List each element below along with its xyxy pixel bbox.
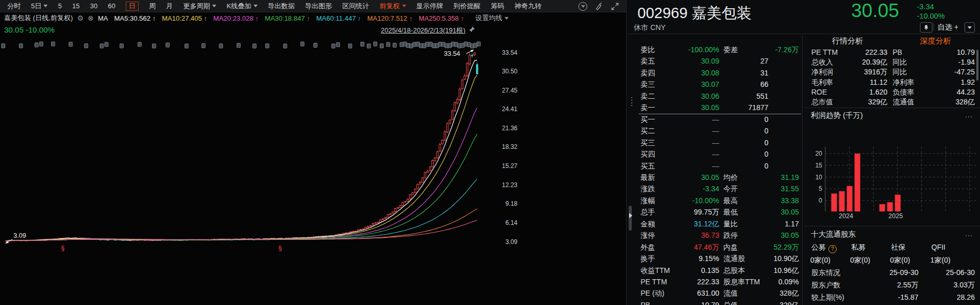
toolbar-item-导出数据[interactable]: 导出数据 xyxy=(268,2,295,11)
toolbar-item-导出图形[interactable]: 导出图形 xyxy=(305,2,332,11)
draw-brush-icon[interactable] xyxy=(595,2,603,11)
ma-legend-MA20: MA20:23.028 ↑ xyxy=(213,14,258,22)
toolbar-item-更多周期[interactable]: 更多周期 xyxy=(183,2,216,11)
ma-settings-button[interactable]: 设置均线 xyxy=(476,13,509,23)
profit-y-label: 10 xyxy=(815,174,823,181)
toolbar-item-K线叠加[interactable]: K线叠加 xyxy=(227,2,258,11)
quote-cell: 33.38 xyxy=(781,195,799,206)
toolbar-item-15[interactable]: 15 xyxy=(72,2,79,10)
y-axis-label: 6.14 xyxy=(506,219,518,226)
quote-row-PE (动): PE (动)631.00流值328亿 xyxy=(627,287,801,299)
toolbar-item-筹码[interactable]: 筹码 xyxy=(491,2,504,11)
fullscreen-icon[interactable] xyxy=(611,2,619,11)
toolbar-item-神奇九转[interactable]: 神奇九转 xyxy=(515,2,542,11)
indicator-close-icon[interactable]: ⊗ xyxy=(87,14,94,22)
quote-row-换手: 换手9.15%流通股10.90亿 xyxy=(627,253,801,264)
toolbar-item-周[interactable]: 周 xyxy=(149,2,156,11)
ma-legend-row: 嘉美包装 (日线,前复权) ⚙ ⊗ MA MA5:30.562 ↑MA10:27… xyxy=(0,12,630,24)
help-icon[interactable]: ? xyxy=(828,245,837,253)
quote-row-买二: 买二—0 xyxy=(627,125,801,136)
pin-icon[interactable] xyxy=(468,26,476,33)
quote-cell[interactable]: — xyxy=(712,125,719,136)
quote-row-买五: 买五—0 xyxy=(627,160,801,172)
indicator-settings-gear-icon[interactable]: ⚙ xyxy=(77,14,84,22)
profit-y-label: 15 xyxy=(815,162,823,169)
toolbar-item-60[interactable]: 60 xyxy=(108,2,115,10)
quote-cell[interactable]: 30.05 xyxy=(701,102,719,113)
top-holders-title: 十大流通股东 xyxy=(811,230,856,239)
quote-analysis-divider xyxy=(802,34,803,305)
analysis-cell: 329亿 xyxy=(868,97,887,106)
quote-cell: 外盘 xyxy=(641,241,655,253)
profit-bar xyxy=(895,195,901,211)
quote-cell[interactable]: — xyxy=(712,160,719,172)
analysis-cell: 1.92 xyxy=(961,78,975,87)
toolbar-item-前复权[interactable]: 前复权 xyxy=(380,2,406,11)
quote-cell: 30.05 xyxy=(701,172,719,183)
toolbar-item-到价提醒[interactable]: 到价提醒 xyxy=(454,2,481,11)
analysis-cell: 222.33 xyxy=(865,48,887,57)
toolbar-item-5日[interactable]: 5日 xyxy=(31,2,48,11)
quote-cell[interactable]: 30.06 xyxy=(701,90,719,102)
quote-cell: 股息率TTM xyxy=(723,276,760,287)
y-axis-label: 33.54 xyxy=(502,49,517,56)
toolbar-item-日[interactable]: 日 xyxy=(126,2,139,11)
quote-cell[interactable]: — xyxy=(712,148,719,160)
history-dropdown-icon[interactable] xyxy=(578,2,587,11)
quote-cell[interactable]: — xyxy=(712,114,719,125)
analysis-row-PE TTM: PE TTM222.33PB10.79 xyxy=(804,48,980,57)
quote-cell: PB xyxy=(641,299,650,305)
tab-depth-analysis[interactable]: 深度分析 xyxy=(892,36,979,46)
quote-cell: 9.15% xyxy=(699,253,719,264)
quote-cell: 委差 xyxy=(723,44,738,55)
toolbar-item-分时[interactable]: 分时 xyxy=(7,2,21,11)
quote-cell: 30.05 xyxy=(781,230,799,241)
quote-cell: 31.19 xyxy=(781,172,799,183)
tab-market-analysis[interactable]: 行情分析 xyxy=(804,36,892,46)
holders-col-社保: 社保 xyxy=(891,243,905,252)
date-range-link[interactable]: 2025/4/18-2026/2/13(191根) xyxy=(381,26,465,35)
bell-icon xyxy=(923,24,929,30)
toolbar-item-显示停牌[interactable]: 显示停牌 xyxy=(417,2,443,11)
watchlist-dropdown-button[interactable] xyxy=(964,22,975,33)
analysis-cell: 总市值 xyxy=(811,97,833,106)
candlestick-chart[interactable]: 33.5430.5027.4524.4121.3618.3215.2712.23… xyxy=(0,36,626,305)
quote-row-涨跌: 涨跌-3.34今开31.55 xyxy=(627,183,801,194)
toolbar-item-30[interactable]: 30 xyxy=(90,2,97,10)
quote-cell: 内盘 xyxy=(723,241,738,253)
section-divider-2 xyxy=(804,226,980,226)
ma-legend-MA250: MA250:5.358 ↑ xyxy=(419,14,464,22)
quote-row-买一: 买一—0 xyxy=(627,114,801,125)
toolbar-item-区间统计[interactable]: 区间统计 xyxy=(343,2,369,11)
quote-cell: 卖四 xyxy=(641,67,655,79)
chart-last-price: 30.05 -10.00% xyxy=(4,25,55,34)
toolbar-item-5[interactable]: 5 xyxy=(58,2,62,10)
y-axis-label: 30.50 xyxy=(502,68,517,75)
holders-value: 25-06-30 xyxy=(946,268,975,277)
analysis-row-总市值: 总市值329亿流通值328亿 xyxy=(804,97,980,106)
quote-panel: 委比-100.00%委差-7.26万卖五30.0927卖四30.0831卖三30… xyxy=(627,34,801,305)
quote-cell: 买四 xyxy=(641,148,655,160)
holders-more-button[interactable]: ... xyxy=(965,230,973,238)
profit-x-label: 2025 xyxy=(888,212,903,220)
profit-x-label: 2024 xyxy=(839,212,853,220)
add-watchlist-button[interactable]: 自选 + xyxy=(938,23,958,32)
quote-cell: 卖五 xyxy=(641,55,655,67)
quote-cell[interactable]: 30.07 xyxy=(701,79,719,90)
toolbar-item-月[interactable]: 月 xyxy=(166,2,173,11)
ma-line-MA20 xyxy=(6,108,477,240)
alert-bell-button[interactable] xyxy=(920,22,932,33)
quote-cell: 99.75万 xyxy=(694,206,719,218)
holders-count: 0家(0) xyxy=(810,256,830,265)
analysis-scrollbar-thumb[interactable] xyxy=(976,50,978,81)
quote-row-外盘: 外盘47.46万内盘52.29万 xyxy=(627,241,801,253)
quote-cell: 47.46万 xyxy=(694,241,719,253)
panel-divider[interactable] xyxy=(626,0,627,305)
quote-cell[interactable]: — xyxy=(712,137,719,148)
quote-cell[interactable]: 30.08 xyxy=(701,67,719,79)
quote-cell[interactable]: 30.09 xyxy=(701,55,719,67)
high-annotation: 33.54 xyxy=(444,50,460,57)
quote-cell: 换手 xyxy=(641,253,655,264)
analysis-panel: 行情分析 深度分析 PE TTM222.33PB10.79总收入20.39亿同比… xyxy=(804,34,980,305)
profit-bar xyxy=(880,204,885,211)
